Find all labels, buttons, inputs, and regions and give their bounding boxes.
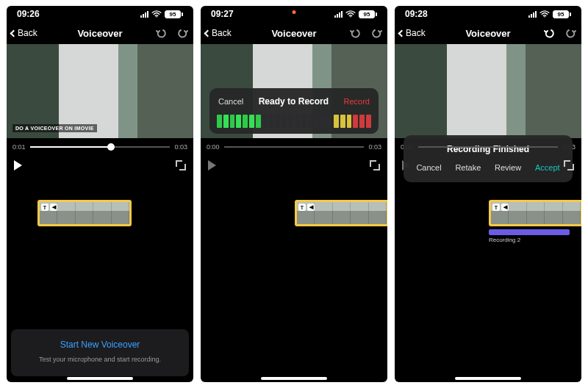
wifi-icon [539, 10, 550, 18]
cancel-button[interactable]: Cancel [413, 162, 444, 173]
svg-point-2 [544, 16, 545, 18]
title-badge-icon: T [298, 204, 306, 211]
timeline[interactable]: T◀ [201, 175, 387, 382]
time-current: 0:01 [12, 143, 26, 151]
recording-clip[interactable] [489, 229, 570, 235]
scrubber: 0:00 0:03 [201, 138, 387, 156]
svg-point-1 [350, 16, 351, 18]
status-bar: 09:28 95 [395, 6, 581, 22]
play-button[interactable] [208, 160, 216, 170]
video-clip[interactable]: T◀ [295, 200, 387, 226]
clock: 09:26 [17, 9, 40, 19]
undo-icon[interactable] [543, 27, 555, 39]
play-button[interactable] [14, 160, 22, 170]
video-preview[interactable]: DO A VOICEOVER ON IMOVIE [7, 44, 193, 138]
phone-screen-1: 09:26 95 Back Voiceover DO A VOICEOVER O… [7, 6, 193, 382]
back-button[interactable]: Back [399, 28, 426, 38]
preview-caption: DO A VOICEOVER ON IMOVIE [12, 124, 97, 132]
page-title: Voiceover [465, 28, 510, 39]
scrub-track[interactable] [30, 146, 171, 148]
back-label: Back [212, 28, 232, 38]
title-badge-icon: T [41, 204, 49, 211]
review-button[interactable]: Review [492, 162, 524, 173]
start-voiceover-button[interactable]: Start New Voiceover [18, 340, 182, 350]
battery-icon: 95 [553, 10, 571, 18]
modal-title: Ready to Record [252, 96, 334, 107]
video-preview[interactable]: Cancel Ready to Record Record [201, 44, 387, 138]
undo-icon[interactable] [349, 27, 361, 39]
accept-button[interactable]: Accept [532, 162, 563, 173]
video-preview[interactable]: Recording Finished Cancel Retake Review … [395, 44, 581, 138]
redo-icon[interactable] [177, 27, 189, 39]
time-current: 0:00 [207, 143, 220, 151]
transport-bar [7, 156, 193, 175]
nav-bar: Back Voiceover [395, 22, 581, 44]
clip-trim-right[interactable] [129, 202, 132, 224]
status-bar: 09:27 95 [201, 6, 387, 22]
chevron-left-icon [204, 29, 212, 37]
home-indicator[interactable] [261, 377, 327, 380]
audio-badge-icon: ◀ [50, 204, 57, 211]
wifi-icon [345, 10, 356, 18]
audio-badge-icon: ◀ [307, 204, 315, 211]
home-indicator[interactable] [67, 377, 133, 380]
vu-meter [215, 115, 373, 128]
redo-icon[interactable] [371, 27, 383, 39]
redo-icon[interactable] [565, 27, 577, 39]
back-button[interactable]: Back [11, 28, 37, 38]
chevron-left-icon [398, 29, 406, 37]
video-clip[interactable]: T◀ [37, 200, 132, 226]
transport-bar [201, 156, 387, 175]
status-bar: 09:26 95 [7, 6, 193, 22]
page-title: Voiceover [77, 28, 122, 39]
home-indicator[interactable] [455, 377, 521, 380]
clip-badges: T◀ [492, 204, 509, 211]
fullscreen-icon[interactable] [176, 160, 186, 170]
status-right: 95 [528, 10, 571, 18]
audio-badge-icon: ◀ [501, 204, 509, 211]
scrubber: 0:01 0:03 [7, 138, 193, 156]
svg-point-0 [156, 16, 157, 18]
scrub-track[interactable] [418, 146, 559, 148]
battery-icon: 95 [359, 10, 377, 18]
clip-badges: T◀ [41, 204, 57, 211]
nav-bar: Back Voiceover [201, 22, 387, 44]
scrub-thumb[interactable] [107, 143, 115, 151]
cancel-button[interactable]: Cancel [215, 96, 246, 107]
battery-icon: 95 [165, 10, 183, 18]
undo-icon[interactable] [155, 27, 167, 39]
phone-screen-2: 09:27 95 Back Voiceover Cancel Ready t [201, 6, 387, 382]
voiceover-sheet: Start New Voiceover Test your microphone… [11, 329, 189, 376]
title-badge-icon: T [492, 204, 500, 211]
back-label: Back [18, 28, 37, 38]
recording-clip-label: Recording 2 [489, 237, 520, 243]
status-right: 95 [334, 10, 377, 18]
clip-badges: T◀ [298, 204, 315, 211]
time-total: 0:03 [174, 143, 187, 151]
nav-bar: Back Voiceover [7, 22, 193, 44]
scrub-track[interactable] [224, 146, 365, 148]
page-title: Voiceover [271, 28, 316, 39]
time-total: 0:03 [368, 143, 381, 151]
recording-indicator-icon [293, 10, 296, 14]
cellular-signal-icon [140, 10, 148, 18]
back-label: Back [406, 28, 426, 38]
clock: 09:28 [405, 9, 428, 19]
back-button[interactable]: Back [205, 28, 232, 38]
status-right: 95 [140, 10, 183, 18]
clock: 09:27 [211, 9, 234, 19]
cellular-signal-icon [334, 10, 343, 18]
chevron-left-icon [10, 29, 18, 37]
ready-to-record-modal: Cancel Ready to Record Record [209, 88, 379, 134]
fullscreen-icon[interactable] [370, 160, 380, 170]
wifi-icon [151, 10, 162, 18]
record-button[interactable]: Record [341, 96, 373, 107]
timeline[interactable]: T◀ Recording 2 [395, 175, 581, 382]
sheet-subtitle: Test your microphone and start recording… [18, 356, 182, 363]
retake-button[interactable]: Retake [452, 162, 484, 173]
phone-screen-3: 09:28 95 Back Voiceover Recording Finish… [395, 6, 581, 382]
fullscreen-icon[interactable] [564, 160, 574, 170]
cellular-signal-icon [528, 10, 537, 18]
video-clip[interactable]: T◀ [489, 200, 581, 226]
